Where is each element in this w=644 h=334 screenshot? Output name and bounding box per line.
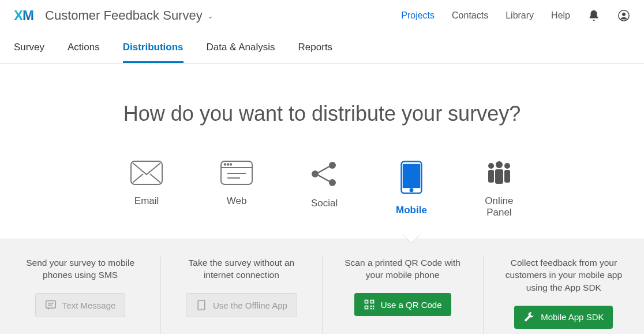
social-icon	[310, 161, 338, 187]
channel-label: Web	[227, 195, 247, 207]
email-icon	[130, 161, 163, 185]
panel-qr: Scan a printed QR Code with your mobile …	[323, 257, 484, 334]
svg-point-20	[504, 163, 510, 169]
svg-rect-38	[373, 308, 375, 310]
nav-library[interactable]: Library	[506, 10, 534, 21]
channel-label: Social	[311, 198, 338, 209]
wrench-icon	[523, 311, 535, 323]
channel-label: Mobile	[396, 205, 427, 216]
nav-contacts[interactable]: Contacts	[452, 10, 488, 21]
svg-rect-36	[373, 306, 375, 307]
svg-rect-16	[403, 165, 420, 187]
mobile-sdk-button[interactable]: Mobile App SDK	[514, 306, 613, 329]
channel-email[interactable]: Email	[130, 161, 163, 207]
panel-offline: Take the survey without an internet conn…	[161, 257, 322, 334]
button-label: Use the Offline App	[213, 300, 287, 310]
svg-point-7	[230, 164, 232, 165]
offline-app-button[interactable]: Use the Offline App	[186, 293, 297, 317]
svg-rect-22	[495, 169, 503, 184]
panel-sdk: Collect feedback from your customers in …	[484, 257, 644, 334]
nav-help[interactable]: Help	[551, 10, 570, 21]
channel-label: Online Panel	[485, 195, 513, 219]
svg-point-17	[410, 189, 413, 191]
channel-mobile[interactable]: Mobile	[396, 161, 427, 216]
svg-point-18	[488, 163, 494, 169]
page-heading: How do you want to distribute your surve…	[0, 102, 644, 126]
svg-rect-34	[365, 306, 367, 308]
top-nav: Projects Contacts Library Help	[401, 9, 630, 22]
svg-point-11	[329, 162, 336, 169]
online-panel-icon	[485, 161, 514, 185]
channel-list: Email Web Social Mobile Online Panel	[0, 161, 644, 239]
svg-line-14	[318, 175, 330, 181]
channel-label: Email	[134, 195, 159, 207]
svg-rect-33	[371, 300, 373, 302]
svg-point-1	[622, 13, 626, 16]
tab-actions[interactable]: Actions	[68, 35, 100, 63]
svg-point-19	[496, 161, 503, 168]
sub-nav: Survey Actions Distributions Data & Anal…	[0, 35, 644, 64]
panel-desc: Take the survey without an internet conn…	[177, 257, 305, 281]
tab-survey[interactable]: Survey	[14, 35, 44, 63]
panel-desc: Scan a printed QR Code with your mobile …	[339, 257, 467, 281]
message-icon	[45, 299, 57, 311]
channel-social[interactable]: Social	[310, 161, 338, 209]
svg-rect-37	[370, 308, 372, 310]
bell-icon[interactable]	[587, 9, 600, 22]
panel-desc: Collect feedback from your customers in …	[500, 257, 628, 294]
button-label: Mobile App SDK	[541, 312, 604, 322]
tab-data-analysis[interactable]: Data & Analysis	[207, 35, 275, 63]
channel-web[interactable]: Web	[220, 161, 253, 207]
xm-logo[interactable]: XM	[14, 8, 33, 24]
panel-sms: Send your survey to mobile phones using …	[0, 257, 161, 334]
svg-point-12	[329, 179, 336, 186]
project-dropdown[interactable]: Customer Feedback Survey ⌄	[45, 8, 214, 23]
svg-rect-35	[370, 306, 372, 307]
mobile-icon	[400, 161, 422, 194]
avatar-icon[interactable]	[617, 9, 630, 22]
svg-rect-24	[46, 301, 56, 309]
svg-rect-21	[488, 170, 494, 183]
button-label: Use a QR Code	[381, 300, 442, 310]
qr-icon	[364, 299, 375, 310]
tablet-icon	[196, 299, 207, 311]
qr-code-button[interactable]: Use a QR Code	[354, 293, 451, 316]
web-icon	[220, 161, 253, 185]
mobile-panel: Send your survey to mobile phones using …	[0, 239, 644, 334]
svg-point-6	[227, 164, 229, 165]
svg-point-10	[312, 170, 319, 177]
nav-projects[interactable]: Projects	[401, 10, 435, 21]
svg-point-28	[201, 308, 202, 309]
tab-reports[interactable]: Reports	[298, 35, 333, 63]
button-label: Text Message	[62, 300, 116, 310]
svg-rect-23	[504, 170, 510, 183]
top-header: XM Customer Feedback Survey ⌄ Projects C…	[0, 0, 644, 35]
project-title-text: Customer Feedback Survey	[45, 8, 203, 23]
chevron-down-icon: ⌄	[207, 12, 214, 20]
svg-rect-32	[365, 300, 367, 302]
tab-distributions[interactable]: Distributions	[123, 35, 184, 63]
channel-online-panel[interactable]: Online Panel	[485, 161, 514, 219]
panel-desc: Send your survey to mobile phones using …	[16, 257, 144, 281]
svg-point-5	[224, 164, 226, 165]
svg-line-13	[318, 166, 330, 173]
text-message-button[interactable]: Text Message	[35, 293, 126, 317]
